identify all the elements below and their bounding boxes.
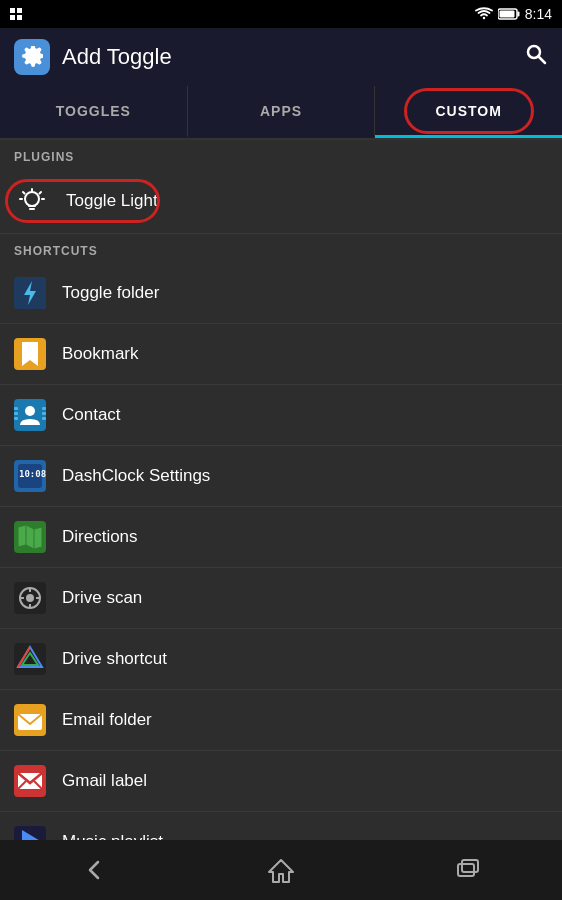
svg-line-4 <box>539 57 546 64</box>
svg-point-29 <box>26 594 34 602</box>
gmail-label-icon <box>14 765 46 797</box>
gmail-label-label: Gmail label <box>62 771 147 791</box>
list-item-drive-scan[interactable]: Drive scan <box>0 568 562 629</box>
gear-icon <box>21 46 43 68</box>
list-item-bookmark[interactable]: Bookmark <box>0 324 562 385</box>
svg-point-16 <box>25 406 35 416</box>
list-item-contact[interactable]: Contact <box>0 385 562 446</box>
list-item-toggle-light[interactable]: Toggle Light <box>0 169 562 234</box>
svg-rect-19 <box>14 417 18 420</box>
plugins-section-header: PLUGINS <box>0 140 562 169</box>
tab-toggles[interactable]: TOGGLES <box>0 86 188 138</box>
email-folder-icon <box>14 704 46 736</box>
bulb-icon <box>14 183 50 219</box>
tabs: TOGGLES APPS CUSTOM <box>0 86 562 140</box>
directions-label: Directions <box>62 527 138 547</box>
search-icon <box>524 42 548 66</box>
bottom-nav <box>0 840 562 900</box>
list-item-toggle-folder[interactable]: Toggle folder <box>0 263 562 324</box>
tab-custom[interactable]: CUSTOM <box>375 86 562 138</box>
app-bar: Add Toggle <box>0 28 562 86</box>
svg-marker-52 <box>269 860 293 882</box>
battery-icon <box>498 8 520 20</box>
grid-icon <box>10 8 22 20</box>
svg-line-8 <box>40 192 42 194</box>
back-button[interactable] <box>80 856 108 884</box>
directions-icon <box>14 521 46 553</box>
drive-shortcut-label: Drive shortcut <box>62 649 167 669</box>
list-item-music-playlist[interactable]: Music playlist <box>0 812 562 842</box>
search-button[interactable] <box>524 42 548 72</box>
list-item-dashclock[interactable]: 10:08 DashClock Settings <box>0 446 562 507</box>
lightning-icon <box>14 277 46 309</box>
svg-rect-22 <box>42 417 46 420</box>
wifi-icon <box>475 7 493 21</box>
svg-rect-54 <box>462 860 478 872</box>
svg-line-7 <box>23 192 25 194</box>
svg-rect-18 <box>14 412 18 415</box>
bookmark-label: Bookmark <box>62 344 139 364</box>
dashclock-icon: 10:08 <box>14 460 46 492</box>
toggle-folder-label: Toggle folder <box>62 283 159 303</box>
svg-rect-21 <box>42 412 46 415</box>
dashclock-label: DashClock Settings <box>62 466 210 486</box>
recent-button[interactable] <box>454 856 482 884</box>
contact-icon <box>14 399 46 431</box>
list-item-drive-shortcut[interactable]: Drive shortcut <box>0 629 562 690</box>
email-folder-label: Email folder <box>62 710 152 730</box>
content: PLUGINS Toggle Light SHORTCUTS <box>0 140 562 842</box>
app-title: Add Toggle <box>62 44 172 70</box>
drive-scan-label: Drive scan <box>62 588 142 608</box>
toggle-light-label: Toggle Light <box>66 191 158 211</box>
app-bar-left: Add Toggle <box>14 39 172 75</box>
drive-shortcut-icon <box>14 643 46 675</box>
tab-apps[interactable]: APPS <box>188 86 376 138</box>
svg-text:10:08: 10:08 <box>19 469 46 479</box>
status-bar: 8:14 <box>0 0 562 28</box>
svg-rect-17 <box>14 407 18 410</box>
bookmark-icon <box>14 338 46 370</box>
svg-rect-53 <box>458 864 474 876</box>
drive-scan-icon <box>14 582 46 614</box>
list-item-directions[interactable]: Directions <box>0 507 562 568</box>
home-button[interactable] <box>267 856 295 884</box>
clock: 8:14 <box>525 6 552 22</box>
contact-label: Contact <box>62 405 121 425</box>
svg-rect-1 <box>517 12 519 17</box>
svg-rect-20 <box>42 407 46 410</box>
svg-rect-2 <box>499 11 514 18</box>
status-right: 8:14 <box>475 6 552 22</box>
app-icon <box>14 39 50 75</box>
svg-point-5 <box>25 192 39 206</box>
shortcuts-section-header: SHORTCUTS <box>0 234 562 263</box>
status-left <box>10 8 22 20</box>
list-item-email-folder[interactable]: Email folder <box>0 690 562 751</box>
list-item-gmail-label[interactable]: Gmail label <box>0 751 562 812</box>
